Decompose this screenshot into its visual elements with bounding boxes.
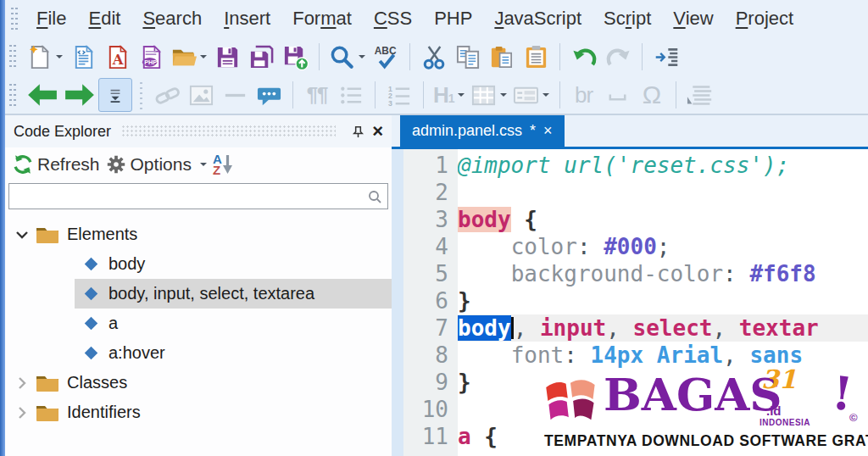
spell-check-button[interactable]: ABC [369, 40, 403, 74]
chevron-down-icon[interactable] [14, 226, 31, 243]
back-icon [26, 83, 58, 107]
insert-horizontal-rule-button [218, 78, 252, 112]
toolbar-separator [409, 43, 410, 70]
selector-diamond-icon [83, 345, 99, 361]
tree-item-identifiers[interactable]: Identifiers [5, 398, 392, 427]
refresh-button[interactable] [12, 153, 34, 175]
tab-admin-panel-css[interactable]: admin.panel.css * × [400, 115, 565, 147]
menu-search[interactable]: Search [142, 8, 202, 30]
insert-special-character-button: Ω [635, 78, 669, 112]
clipboard-icon [523, 44, 549, 70]
insert-comment-button[interactable] [252, 78, 286, 112]
tab-title: admin.panel.css [412, 122, 522, 140]
php-doc-icon: PHP [138, 44, 164, 70]
paste-icon [489, 44, 515, 70]
save-all-files-button[interactable] [244, 40, 278, 74]
new-text-document-button[interactable]: A [100, 40, 134, 74]
ul-icon [338, 82, 364, 108]
line-number: 4 [403, 233, 448, 260]
new-document-button[interactable] [24, 40, 66, 74]
navigate-forward-button[interactable] [61, 78, 98, 112]
selector-diamond-icon [83, 286, 99, 302]
new-html-document-button[interactable] [66, 40, 100, 74]
sort-alphabetical-button[interactable]: AZ [213, 153, 233, 175]
pin-panel-button[interactable] [351, 125, 365, 139]
menu-file[interactable]: File [36, 8, 66, 30]
undo-button[interactable] [567, 40, 601, 74]
toolbar-separator [559, 81, 560, 108]
close-panel-button[interactable]: × [372, 122, 383, 141]
options-label[interactable]: Options [131, 154, 192, 175]
code-explorer-toolbar: Refresh Options AZ [5, 147, 392, 181]
line-number: 8 [403, 342, 448, 369]
insert-script-button [683, 78, 717, 112]
toolbar-html-grip-handle[interactable] [8, 82, 17, 108]
tree-item-classes[interactable]: Classes [5, 368, 392, 398]
tree-item-label: a:hover [108, 343, 165, 363]
save-and-upload-button[interactable] [278, 40, 312, 74]
find-button[interactable] [326, 40, 369, 74]
indent-button[interactable] [649, 40, 683, 74]
menu-javascript[interactable]: JavaScript [494, 8, 581, 30]
paste-button[interactable] [485, 40, 519, 74]
spell-check-icon: ABC [373, 44, 399, 70]
tree-item-label: Identifiers [67, 403, 141, 422]
tree-item-body-input-select-textarea[interactable]: body, input, select, textarea [5, 279, 392, 309]
insert-image-button [184, 78, 218, 112]
redo-button [601, 40, 635, 74]
toolbar-main-grip-handle[interactable] [8, 43, 17, 70]
menu-format[interactable]: Format [292, 8, 352, 30]
toolbar-separator [139, 81, 143, 109]
refresh-label[interactable]: Refresh [37, 154, 100, 175]
options-button[interactable] [105, 153, 127, 175]
clipboard-history-button[interactable] [519, 40, 553, 74]
menubar-grip-handle[interactable] [10, 6, 19, 31]
watermark-tagline: TEMPATNYA DOWNLOAD SOFTWARE GRATIS [544, 432, 868, 450]
save-file-button[interactable] [210, 40, 244, 74]
code-explorer-search [8, 183, 388, 209]
insert-non-breaking-space-button [601, 78, 635, 112]
bagas31-flag-icon [542, 375, 600, 427]
main-area: Code Explorer × Refresh [0, 114, 868, 456]
new-php-document-button[interactable]: PHP [134, 40, 168, 74]
watermark-brand: BAGAS [604, 368, 782, 420]
menu-script[interactable]: Script [604, 8, 651, 30]
editor-body: 1234567891011 @import url('reset.css');b… [392, 149, 868, 456]
insert-line-break-button: br [567, 78, 601, 112]
toolbar-separator [375, 81, 376, 108]
tree-item-body[interactable]: body [5, 249, 392, 279]
omega-icon: Ω [643, 81, 660, 109]
panel-drag-texture[interactable] [121, 125, 336, 138]
menu-project[interactable]: Project [736, 8, 793, 30]
line-number: 10 [403, 396, 448, 423]
search-input[interactable] [14, 187, 367, 205]
redo-icon [605, 44, 632, 70]
open-file-button[interactable] [168, 40, 210, 74]
menu-view[interactable]: View [673, 8, 713, 30]
insert-table-button [468, 78, 510, 112]
insert-ordered-list-button: 123 [382, 78, 416, 112]
tree-item-a[interactable]: a [5, 309, 392, 338]
cut-button[interactable] [417, 40, 451, 74]
svg-text:A: A [111, 52, 123, 68]
chevron-right-icon[interactable] [14, 375, 31, 392]
tab-close-icon[interactable]: × [543, 122, 553, 140]
chevron-right-icon[interactable] [14, 404, 31, 421]
menu-css[interactable]: CSS [374, 8, 412, 30]
comment-icon [256, 82, 282, 108]
code-line: body { [458, 206, 868, 233]
tree-item-a-hover[interactable]: a:hover [5, 338, 392, 368]
menu-edit[interactable]: Edit [88, 8, 120, 30]
tree-item-elements[interactable]: Elements [5, 220, 392, 249]
toolbar-overflow-button[interactable] [98, 78, 132, 112]
toolbar-separator [319, 43, 320, 70]
menu-php[interactable]: PHP [434, 8, 472, 30]
navigate-back-button[interactable] [24, 78, 61, 112]
options-dropdown-caret-icon[interactable] [199, 161, 208, 168]
copy-button[interactable] [451, 40, 485, 74]
watermark-country: INDONESIA [760, 418, 810, 427]
menu-insert[interactable]: Insert [224, 8, 270, 30]
sort-az-icon: AZ [213, 153, 222, 175]
line-number: 1 [403, 152, 448, 179]
forward-icon [64, 83, 96, 107]
